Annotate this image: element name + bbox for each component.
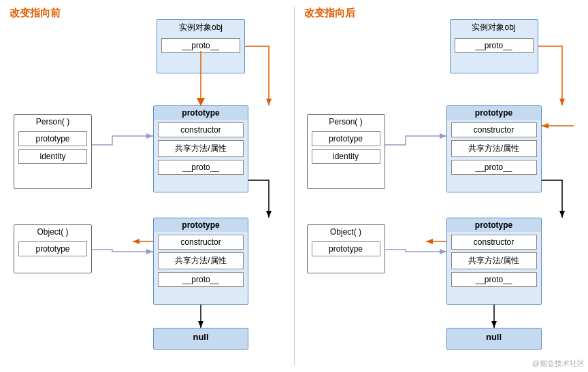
left-person-proto-item-0: constructor bbox=[158, 122, 244, 137]
right-person-item-1: identity bbox=[312, 149, 380, 164]
left-person-proto-box: prototype constructor 共享方法/属性 __proto__ bbox=[153, 105, 248, 192]
right-object-proto-label: prototype bbox=[447, 218, 541, 232]
svg-marker-5 bbox=[146, 133, 153, 139]
svg-marker-8 bbox=[542, 123, 549, 129]
left-person-item-0: prototype bbox=[18, 131, 87, 146]
left-null-label: null bbox=[193, 332, 208, 342]
svg-marker-9 bbox=[440, 133, 446, 139]
svg-marker-10 bbox=[559, 211, 565, 218]
watermark: @掘金技术社区 bbox=[532, 358, 585, 369]
right-instance-proto: __proto__ bbox=[455, 38, 534, 53]
right-null-box: null bbox=[446, 328, 542, 350]
svg-marker-4 bbox=[198, 321, 203, 328]
left-object-proto-box: prototype constructor 共享方法/属性 __proto__ bbox=[153, 218, 248, 305]
left-object-proto-item-1: 共享方法/属性 bbox=[158, 252, 244, 269]
right-object-item-0: prototype bbox=[312, 241, 380, 256]
left-person-item-1: identity bbox=[18, 149, 87, 164]
right-person-proto-item-0: constructor bbox=[451, 122, 537, 137]
left-person-proto-item-1: 共享方法/属性 bbox=[158, 140, 244, 157]
left-instance-proto: __proto__ bbox=[161, 38, 240, 53]
left-person-box: Person( ) prototype identity bbox=[14, 114, 92, 189]
right-panel: 改变指向后 实例对象obj __proto__ Person( ) protot… bbox=[295, 0, 589, 372]
right-person-proto-item-2: __proto__ bbox=[451, 160, 537, 175]
right-person-label: Person( ) bbox=[308, 115, 385, 129]
right-person-proto-label: prototype bbox=[447, 106, 541, 120]
left-null-box: null bbox=[153, 328, 248, 350]
svg-marker-13 bbox=[491, 321, 497, 328]
right-instance-label: 实例对象obj bbox=[451, 20, 538, 35]
left-person-proto-item-2: __proto__ bbox=[158, 160, 244, 175]
right-object-proto-item-2: __proto__ bbox=[451, 272, 537, 287]
left-object-box: Object( ) prototype bbox=[14, 224, 92, 273]
svg-marker-6 bbox=[146, 249, 153, 254]
svg-marker-7 bbox=[559, 99, 565, 105]
left-object-proto-item-2: __proto__ bbox=[158, 272, 244, 287]
svg-marker-1 bbox=[266, 99, 272, 105]
right-person-item-0: prototype bbox=[312, 131, 380, 146]
left-object-item-0: prototype bbox=[18, 241, 87, 256]
left-panel: 改变指向前 实例对象obj __proto__ Person( ) protot… bbox=[0, 0, 294, 372]
right-object-proto-box: prototype constructor 共享方法/属性 __proto__ bbox=[446, 218, 542, 305]
svg-marker-11 bbox=[426, 239, 433, 244]
svg-marker-3 bbox=[133, 239, 140, 244]
left-object-proto-item-0: constructor bbox=[158, 235, 244, 250]
right-object-proto-item-1: 共享方法/属性 bbox=[451, 252, 537, 269]
svg-marker-12 bbox=[440, 249, 446, 254]
right-object-label: Object( ) bbox=[308, 225, 385, 239]
right-object-proto-item-0: constructor bbox=[451, 235, 537, 250]
right-object-box: Object( ) prototype bbox=[307, 224, 385, 273]
right-person-proto-item-1: 共享方法/属性 bbox=[451, 140, 537, 157]
left-instance-label: 实例对象obj bbox=[157, 20, 244, 35]
right-instance-box: 实例对象obj __proto__ bbox=[450, 19, 538, 73]
left-object-proto-label: prototype bbox=[154, 218, 248, 232]
left-object-label: Object( ) bbox=[14, 225, 91, 239]
right-title: 改变指向后 bbox=[304, 7, 355, 20]
left-person-proto-label: prototype bbox=[154, 106, 248, 120]
left-instance-box: 实例对象obj __proto__ bbox=[157, 19, 245, 73]
left-title: 改变指向前 bbox=[10, 7, 61, 20]
left-person-label: Person( ) bbox=[14, 115, 91, 129]
svg-marker-2 bbox=[266, 211, 272, 218]
right-null-label: null bbox=[486, 332, 502, 342]
right-person-proto-box: prototype constructor 共享方法/属性 __proto__ bbox=[446, 105, 542, 192]
right-person-box: Person( ) prototype identity bbox=[307, 114, 385, 189]
